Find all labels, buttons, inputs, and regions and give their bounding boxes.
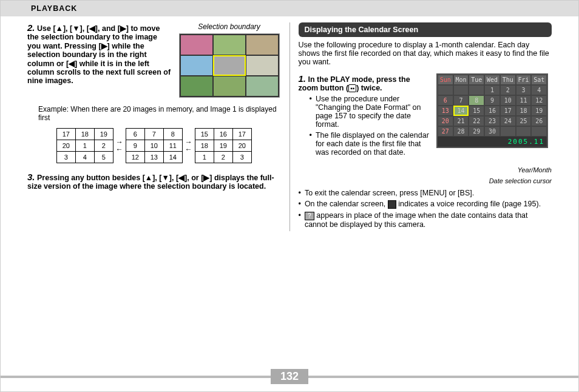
flow-table-2: 67891011121314	[126, 128, 183, 163]
page-number: 132	[271, 369, 308, 384]
thumbnail	[246, 76, 278, 96]
page: PLAYBACK 2. Use [▲], [▼], [◀], and [▶] t…	[0, 0, 579, 392]
thumbnail-selected	[214, 56, 245, 75]
bullet-text: appears in place of the image when the d…	[305, 211, 528, 229]
footer-line	[308, 376, 578, 378]
arrow-icon: →←	[185, 138, 192, 153]
bullet: •? appears in place of the image when th…	[299, 211, 552, 229]
thumbnail-caption: Selection boundary	[178, 22, 281, 31]
thumbnail	[181, 76, 212, 96]
step-3: 3. Pressing any button besides [▲], [▼],…	[27, 172, 281, 191]
header-bar: PLAYBACK	[1, 1, 578, 16]
thumbnail	[246, 35, 278, 55]
step-1: 1. In the PLAY mode, press the zoom butt…	[299, 73, 431, 92]
bullet: •The file displayed on the calendar for …	[310, 131, 431, 157]
year-month-label: Year/Month	[436, 165, 552, 176]
step-1-text-b: ) twice.	[356, 84, 382, 92]
flow-tables: 1718192012345 →← 67891011121314 →← 15161…	[27, 128, 281, 163]
thumbnail	[181, 35, 212, 55]
bullet-text: On the calendar screen,	[305, 200, 388, 208]
calendar-year-month: 2005.11	[438, 137, 547, 147]
example-text: Example: When there are 20 images in mem…	[38, 105, 281, 122]
calendar-screen: SunMonTueWedThuFriSat 123467891011121314…	[436, 73, 548, 148]
step-2-text: Use [▲], [▼], [◀], and [▶] to move the s…	[27, 24, 171, 85]
thumbnail	[181, 56, 212, 75]
bullet: •On the calendar screen, indicates a voi…	[299, 200, 552, 209]
right-column: Displaying the Calendar Screen Use the f…	[290, 22, 561, 231]
section-heading: Displaying the Calendar Screen	[299, 22, 552, 37]
zoom-icon: ▪▪	[348, 84, 356, 92]
step-3-number: 3.	[27, 172, 35, 182]
bullet-text: Use the procedure under "Changing the Da…	[316, 95, 430, 129]
bullet: •Use the procedure under "Changing the D…	[310, 95, 431, 129]
thumbnail	[214, 76, 245, 96]
step-3-text: Pressing any button besides [▲], [▼], [◀…	[27, 174, 274, 191]
intro-text: Use the following procedure to display a…	[299, 41, 552, 66]
left-column: 2. Use [▲], [▼], [◀], and [▶] to move th…	[19, 22, 290, 231]
flow-table-1: 1718192012345	[56, 128, 113, 163]
flow-table-3: 151617181920123	[195, 128, 252, 163]
content: 2. Use [▲], [▼], [◀], and [▶] to move th…	[1, 16, 578, 231]
question-icon: ?	[305, 212, 314, 220]
thumbnail	[246, 56, 278, 75]
section-title: PLAYBACK	[31, 4, 77, 13]
arrow-icon: →←	[116, 138, 123, 153]
bullet-text: indicates a voice recording file (page 1…	[396, 200, 541, 208]
date-cursor-label: Date selection cursor	[436, 176, 552, 187]
footer: 132	[1, 369, 578, 384]
bullet-text: To exit the calendar screen, press [MENU…	[305, 189, 474, 197]
thumbnail-grid	[179, 33, 280, 98]
thumbnail	[214, 35, 245, 55]
step-1-number: 1.	[299, 73, 306, 84]
step-2-number: 2.	[27, 22, 35, 33]
bullet: •To exit the calendar screen, press [MEN…	[299, 189, 552, 197]
footer-line	[1, 376, 271, 378]
step-2: 2. Use [▲], [▼], [◀], and [▶] to move th…	[27, 22, 281, 103]
bullet-text: The file displayed on the calendar for e…	[316, 131, 430, 157]
mic-icon	[388, 200, 396, 209]
calendar-labels: Year/Month Date selection cursor	[436, 165, 552, 186]
